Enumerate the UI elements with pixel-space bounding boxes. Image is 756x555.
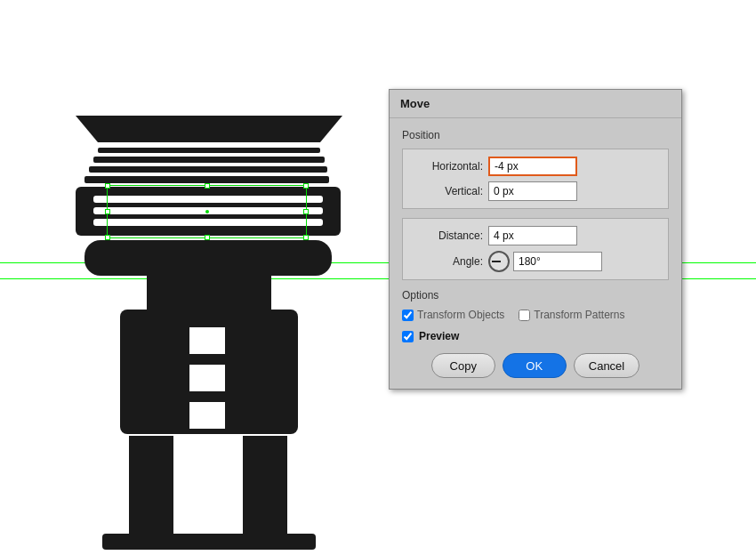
preview-label: Preview	[419, 330, 459, 342]
preview-row: Preview	[402, 330, 669, 342]
cancel-button[interactable]: Cancel	[574, 353, 639, 378]
svg-rect-2	[93, 157, 325, 163]
dialog-title: Move	[390, 90, 681, 118]
horizontal-row: Horizontal:	[412, 157, 659, 176]
svg-rect-5	[93, 144, 325, 148]
transform-patterns-label[interactable]: Transform Patterns	[519, 309, 624, 321]
svg-marker-0	[76, 116, 342, 142]
transform-patterns-text: Transform Patterns	[534, 309, 624, 321]
distance-input[interactable]	[488, 226, 577, 245]
svg-rect-19	[243, 436, 287, 543]
options-row: Transform Objects Transform Patterns	[402, 309, 669, 321]
distance-group: Distance: Angle:	[402, 218, 669, 280]
angle-row: Angle:	[412, 251, 659, 272]
svg-rect-12	[84, 240, 332, 276]
angle-input[interactable]	[513, 252, 602, 271]
transform-objects-label[interactable]: Transform Objects	[402, 309, 504, 321]
move-dialog: Move Position Horizontal: Vertical: Dist…	[389, 89, 682, 390]
dialog-title-text: Move	[400, 97, 430, 110]
copy-button[interactable]: Copy	[431, 353, 495, 378]
ok-button[interactable]: OK	[503, 353, 567, 378]
svg-rect-3	[89, 166, 327, 173]
options-label: Options	[402, 289, 669, 302]
distance-label: Distance:	[412, 229, 483, 242]
svg-rect-1	[98, 148, 320, 153]
angle-label: Angle:	[412, 255, 483, 268]
options-section: Options Transform Objects Transform Patt…	[402, 289, 669, 321]
svg-rect-7	[86, 164, 326, 166]
svg-rect-4	[84, 176, 329, 183]
svg-rect-18	[129, 436, 173, 543]
position-section-label: Position	[402, 129, 669, 141]
transform-objects-text: Transform Objects	[417, 309, 504, 321]
svg-rect-6	[90, 154, 326, 157]
angle-dial	[488, 251, 510, 272]
button-row: Copy OK Cancel	[402, 353, 669, 378]
preview-checkbox[interactable]	[402, 331, 414, 342]
selection-box	[107, 185, 307, 238]
position-group: Horizontal: Vertical:	[402, 149, 669, 209]
horizontal-label: Horizontal:	[412, 160, 483, 173]
svg-rect-16	[189, 365, 225, 391]
transform-patterns-checkbox[interactable]	[519, 310, 530, 321]
vertical-row: Vertical:	[412, 181, 659, 201]
vertical-input[interactable]	[488, 181, 577, 201]
svg-rect-20	[102, 534, 316, 550]
svg-rect-13	[147, 276, 271, 311]
transform-objects-checkbox[interactable]	[402, 310, 414, 321]
distance-row: Distance:	[412, 226, 659, 245]
icon-artwork	[49, 89, 387, 551]
vertical-label: Vertical:	[412, 185, 483, 197]
svg-rect-15	[189, 327, 225, 354]
horizontal-input[interactable]	[488, 157, 577, 176]
svg-rect-17	[189, 402, 225, 429]
